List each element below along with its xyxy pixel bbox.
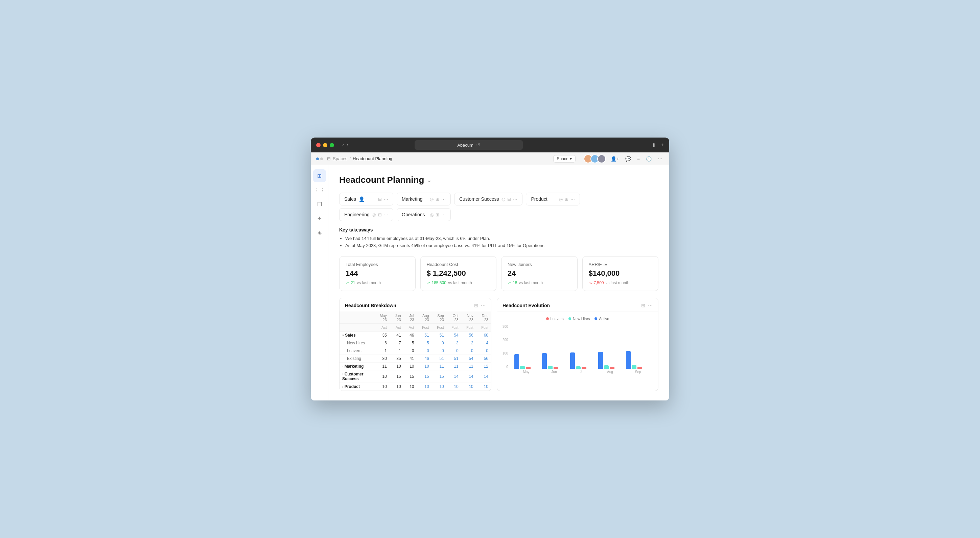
spaces-link[interactable]: Spaces <box>333 156 347 161</box>
col-label <box>339 312 374 324</box>
space-selector[interactable]: Space ▾ <box>553 155 576 163</box>
kpi-delta-label-0: vs last month <box>357 281 381 285</box>
expand-icon-product[interactable]: › <box>342 385 343 389</box>
expand-icon-marketing[interactable]: › <box>342 365 343 368</box>
fullscreen-button[interactable] <box>330 143 334 148</box>
dept-name-engineering: Engineering <box>344 212 370 217</box>
dept-target-icon-ops[interactable]: ◎ <box>430 212 434 217</box>
dept-card-marketing[interactable]: Marketing ◎ ⊞ ⋯ <box>397 193 451 205</box>
bar-group-1 <box>514 354 538 369</box>
charts-row: Headcount Breakdown ⊞ ⋯ May 23 <box>339 298 659 391</box>
y-label-300: 300 <box>503 325 508 329</box>
cell-leavers-aug: 0 <box>417 347 432 354</box>
dept-more-icon-eng[interactable]: ⋯ <box>384 212 388 217</box>
bar-chart-xaxis: May Jun Jul Aug Sep <box>512 369 653 374</box>
add-user-icon[interactable]: 👤+ <box>609 156 620 162</box>
dept-more-icon-marketing[interactable]: ⋯ <box>441 197 446 202</box>
expand-icon-cs[interactable]: › <box>342 372 343 376</box>
delta-up-icon <box>345 281 349 285</box>
dept-add-icon-ops[interactable]: ⊞ <box>436 212 439 217</box>
cell-marketing-may: 11 <box>374 362 390 370</box>
expand-icon-sales[interactable]: ▾ <box>342 333 344 337</box>
x-label-jun: Jun <box>542 370 566 374</box>
sidebar-item-org[interactable]: ⋮⋮ <box>313 184 326 196</box>
bar-chart <box>512 325 653 369</box>
dept-actions-eng: ◎ ⊞ ⋯ <box>372 212 388 217</box>
dept-add-icon-cs[interactable]: ⊞ <box>507 197 511 202</box>
dept-more-icon[interactable]: ⋯ <box>384 197 388 202</box>
dept-target-icon[interactable]: ◎ <box>430 197 434 202</box>
kpi-delta-label-3: vs last month <box>606 281 630 285</box>
dept-target-icon-cs[interactable]: ◎ <box>501 197 505 202</box>
sidebar-item-dashboard[interactable]: ⊞ <box>313 169 326 182</box>
cell-existing-may: 30 <box>374 354 390 362</box>
legend-leavers-label: Leavers <box>550 317 564 321</box>
table-header-subs: Act Act Act Fcst Fcst Fcst Fcst Fcst <box>339 324 491 331</box>
evolution-export-icon[interactable]: ⊞ <box>641 303 645 308</box>
x-label-may: May <box>514 370 538 374</box>
kpi-new-joiners-label: New Joiners <box>508 262 571 267</box>
x-label-jul: Jul <box>570 370 594 374</box>
cell-cs-jul: 15 <box>404 370 417 382</box>
sidebar-item-people[interactable]: ✦ <box>313 212 326 225</box>
y-label-200: 200 <box>503 338 508 342</box>
dept-card-product[interactable]: Product ◎ ⊞ ⋯ <box>526 193 580 205</box>
dept-add-icon-marketing[interactable]: ⊞ <box>436 197 439 202</box>
dept-add-icon-eng[interactable]: ⊞ <box>378 212 382 217</box>
legend-leavers: Leavers <box>546 317 564 321</box>
dept-add-icon-product[interactable]: ⊞ <box>565 197 568 202</box>
cell-newhires-nov: 2 <box>461 339 476 347</box>
close-button[interactable] <box>316 143 321 148</box>
dept-target-icon-eng[interactable]: ◎ <box>372 212 376 217</box>
col-sub-oct: Fcst <box>447 324 461 331</box>
address-bar[interactable]: Abacum ↺ <box>415 140 523 150</box>
spaces-grid-icon: ⊞ <box>327 156 331 161</box>
col-sub-may: Act <box>374 324 390 331</box>
dept-more-icon-cs[interactable]: ⋯ <box>513 197 517 202</box>
evolution-more-icon[interactable]: ⋯ <box>648 303 653 308</box>
col-jul23: Jul 23 <box>404 312 417 324</box>
title-chevron-icon[interactable]: ⌄ <box>427 176 432 184</box>
reload-icon[interactable]: ↺ <box>476 142 480 148</box>
dept-card-operations[interactable]: Operations ◎ ⊞ ⋯ <box>397 208 451 221</box>
filter-icon[interactable]: ≡ <box>636 156 641 162</box>
dept-actions-sales: ⊞ ⋯ <box>378 197 388 202</box>
sidebar-item-layers[interactable]: ◈ <box>313 226 326 239</box>
new-tab-icon[interactable]: + <box>661 142 664 148</box>
dept-more-icon-product[interactable]: ⋯ <box>571 197 575 202</box>
cell-product-label: › Product <box>339 382 374 390</box>
breakdown-header: Headcount Breakdown ⊞ ⋯ <box>339 298 491 312</box>
y-label-100: 100 <box>503 351 508 355</box>
dept-more-icon-ops[interactable]: ⋯ <box>441 212 446 217</box>
bar-group-3 <box>570 352 594 369</box>
takeaway-list: We had 144 full time employees as at 31-… <box>339 235 659 249</box>
cell-sales-nov: 56 <box>461 331 476 339</box>
dept-target-icon-product[interactable]: ◎ <box>559 197 563 202</box>
col-sub-label <box>339 324 374 331</box>
key-takeaways-section: Key takeaways We had 144 full time emplo… <box>339 227 659 249</box>
bar-newhires-1 <box>520 366 525 369</box>
more-icon[interactable]: ⋯ <box>656 156 664 162</box>
sidebar-item-copy[interactable]: ❐ <box>313 198 326 211</box>
back-button[interactable]: ‹ <box>342 142 344 148</box>
cell-product-oct: 10 <box>447 382 461 390</box>
dept-card-engineering[interactable]: Engineering ◎ ⊞ ⋯ <box>339 208 393 221</box>
dept-card-sales[interactable]: Sales 👤 ⊞ ⋯ <box>339 193 393 205</box>
breakdown-more-icon[interactable]: ⋯ <box>481 303 485 308</box>
cell-newhires-dec: 4 <box>476 339 491 347</box>
forward-button[interactable]: › <box>347 142 348 148</box>
history-icon[interactable]: 🕐 <box>644 156 653 162</box>
breakdown-export-icon[interactable]: ⊞ <box>474 303 478 308</box>
cell-newhires-sep: 0 <box>432 339 447 347</box>
dept-add-icon[interactable]: ⊞ <box>378 197 382 202</box>
comment-icon[interactable]: 💬 <box>624 156 632 162</box>
table-row-product: › Product 10 10 10 10 10 10 10 10 <box>339 382 491 390</box>
col-sub-aug: Fcst <box>417 324 432 331</box>
minimize-button[interactable] <box>323 143 327 148</box>
bar-leavers-5 <box>638 367 642 369</box>
dept-card-customer-success[interactable]: Customer Success ◎ ⊞ ⋯ <box>454 193 522 205</box>
col-aug23: Aug 23 <box>417 312 432 324</box>
kpi-arr-fte-label: ARR/FTE <box>589 262 652 267</box>
bar-active-1 <box>514 354 519 369</box>
share-icon[interactable]: ⬆ <box>652 142 656 148</box>
